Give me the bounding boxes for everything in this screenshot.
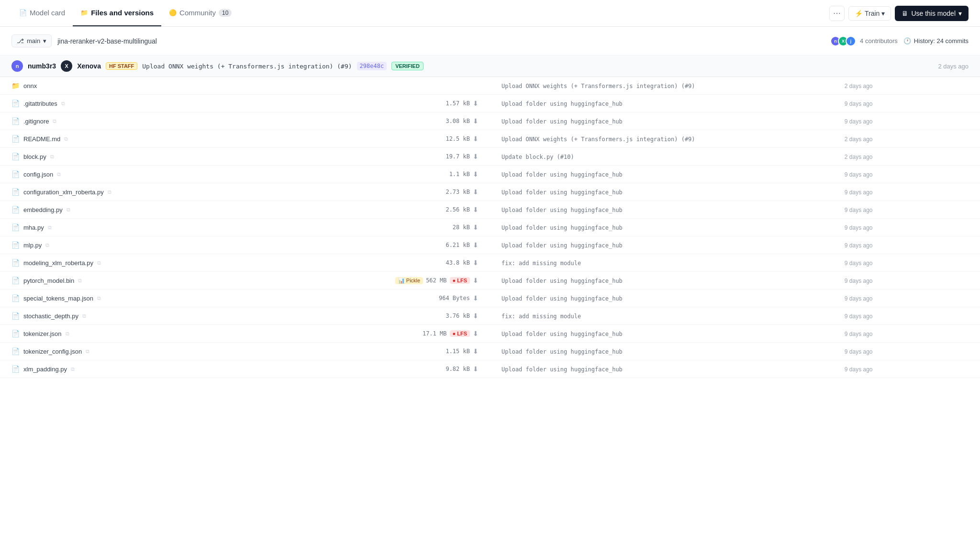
download-icon[interactable]: ⬇ [473,277,479,284]
copy-icon[interactable]: ⧉ [61,100,65,107]
download-icon[interactable]: ⬇ [473,223,479,231]
copy-icon[interactable]: ⧉ [78,278,82,284]
copy-icon[interactable]: ⧉ [97,260,101,266]
file-name[interactable]: onnx [23,82,37,89]
copy-icon[interactable]: ⧉ [67,207,70,213]
tab-community[interactable]: 🟡 Community 10 [161,0,239,26]
lfs-badge: ● LFS [450,277,470,284]
tab-model-card[interactable]: 📄 Model card [11,0,73,26]
file-size: 1.15 kB [445,348,470,355]
download-icon[interactable]: ⬇ [473,347,479,355]
download-icon[interactable]: ⬇ [473,312,479,320]
commit-message: Upload ONNX weights (+ Transformers.js i… [142,63,352,70]
file-icon: 📄 [11,206,20,213]
file-commit-message: fix: add missing module [501,313,581,320]
copy-icon[interactable]: ⧉ [57,171,61,178]
more-options-button[interactable]: ⋯ [829,6,845,21]
train-button[interactable]: ⚡ Train ▾ [848,6,891,21]
file-name[interactable]: block.py [23,153,46,160]
download-icon[interactable]: ⬇ [473,100,479,107]
file-name[interactable]: xlm_padding.py [23,366,67,373]
file-time: 2 days ago [845,154,873,160]
file-commit-message: Upload folder using huggingface_hub [501,100,623,107]
file-name[interactable]: mlp.py [23,242,42,249]
copy-icon[interactable]: ⧉ [108,189,111,195]
download-icon[interactable]: ⬇ [473,259,479,267]
branch-selector[interactable]: ⎇ main ▾ [11,34,52,47]
file-name[interactable]: tokenizer_config.json [23,348,82,355]
copy-icon[interactable]: ⧉ [48,224,52,231]
copy-icon[interactable]: ⧉ [64,136,68,142]
table-row: 📄tokenizer_config.json⧉1.15 kB⬇Upload fo… [0,343,980,360]
contributor-avatar-3: j [846,36,856,46]
table-row: 📄embedding.py⧉2.56 kB⬇Upload folder usin… [0,201,980,219]
copy-icon[interactable]: ⧉ [97,295,101,301]
copy-icon[interactable]: ⧉ [45,242,49,248]
file-icon: 📄 [11,365,20,373]
history-icon: 🕐 [903,37,911,45]
table-row: 📄xlm_padding.py⧉9.82 kB⬇Upload folder us… [0,360,980,378]
file-icon: 📄 [11,347,20,355]
table-row: 📄.gitignore⧉3.08 kB⬇Upload folder using … [0,112,980,130]
file-time: 9 days ago [845,366,873,373]
download-icon[interactable]: ⬇ [473,135,479,143]
file-name[interactable]: .gitignore [23,118,49,125]
file-name[interactable]: mha.py [23,224,44,231]
file-name[interactable]: README.md [23,135,60,143]
download-icon[interactable]: ⬇ [473,153,479,160]
contributors[interactable]: n X j 4 contributors [830,36,898,46]
tab-community-label: Community [179,9,216,17]
file-time: 9 days ago [845,207,873,213]
file-size: 6.21 kB [445,242,470,248]
file-size: 964 Bytes [439,295,470,301]
file-time: 9 days ago [845,118,873,125]
download-icon[interactable]: ⬇ [473,365,479,373]
copy-icon[interactable]: ⧉ [50,154,54,160]
file-icon: 📄 [11,259,20,267]
commit-hash[interactable]: 298e48c [357,62,387,70]
file-size: 562 MB [426,277,446,284]
tab-files-versions[interactable]: 📁 Files and versions [73,0,161,26]
copy-icon[interactable]: ⧉ [71,366,75,372]
use-model-button[interactable]: 🖥 Use this model ▾ [895,6,969,21]
copy-icon[interactable]: ⧉ [53,118,56,124]
download-icon[interactable]: ⬇ [473,170,479,178]
download-icon[interactable]: ⬇ [473,241,479,249]
table-row: 📄special_tokens_map.json⧉964 Bytes⬇Uploa… [0,290,980,307]
file-icon: 📄 [11,153,20,160]
commit-user1-name[interactable]: numb3r3 [28,62,56,70]
file-name[interactable]: embedding.py [23,206,63,213]
file-name[interactable]: modeling_xlm_roberta.py [23,259,93,267]
history-link[interactable]: 🕐 History: 24 commits [903,37,969,45]
file-commit-message: Update block.py (#10) [501,154,574,160]
tab-model-card-label: Model card [30,9,65,17]
commit-user2-initial: X [65,63,68,69]
copy-icon[interactable]: ⧉ [86,348,89,355]
file-commit-message: Upload folder using huggingface_hub [501,295,623,302]
download-icon[interactable]: ⬇ [473,188,479,196]
file-name[interactable]: special_tokens_map.json [23,295,93,302]
file-name[interactable]: tokenizer.json [23,330,62,337]
download-icon[interactable]: ⬇ [473,206,479,213]
download-icon[interactable]: ⬇ [473,294,479,302]
file-size: 3.08 kB [445,118,470,124]
file-name[interactable]: stochastic_depth.py [23,312,78,320]
file-name[interactable]: .gitattributes [23,100,57,107]
file-icon: 📄 [11,294,20,302]
file-name[interactable]: configuration_xlm_roberta.py [23,189,104,196]
file-icon: 📄 [11,330,20,337]
file-icon: 📄 [11,223,20,231]
download-icon[interactable]: ⬇ [473,330,479,337]
file-icon: 📄 [11,241,20,249]
file-commit-message: Upload folder using huggingface_hub [501,348,623,355]
commit-user2-name[interactable]: Xenova [77,62,101,70]
file-commit-message: Upload ONNX weights (+ Transformers.js i… [501,136,695,143]
copy-icon[interactable]: ⧉ [82,313,86,319]
top-nav: 📄 Model card 📁 Files and versions 🟡 Comm… [0,0,980,27]
file-size: 12.5 kB [445,135,470,142]
file-name[interactable]: config.json [23,171,53,178]
file-name[interactable]: pytorch_model.bin [23,277,74,284]
file-time: 9 days ago [845,224,873,231]
copy-icon[interactable]: ⧉ [66,331,69,337]
download-icon[interactable]: ⬇ [473,117,479,125]
